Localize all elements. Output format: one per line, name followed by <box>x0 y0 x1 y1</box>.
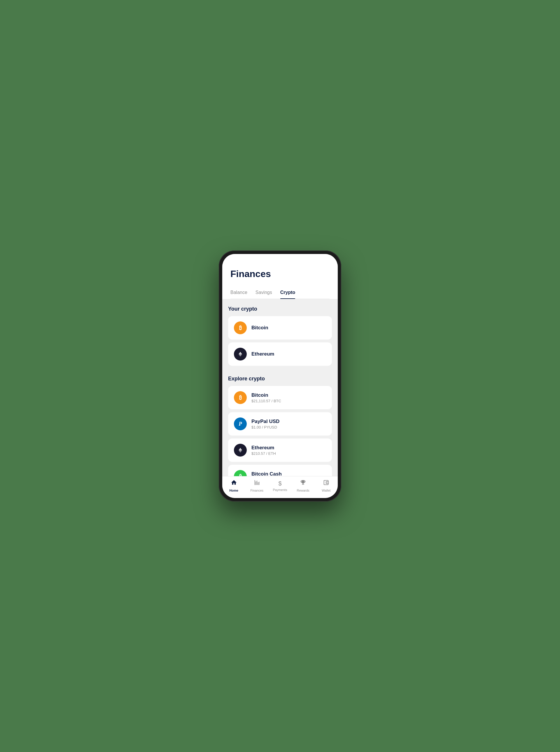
page-title: Finances <box>231 269 329 279</box>
phone-device: Finances Balance Savings Crypto Your cry… <box>219 250 341 502</box>
ethereum-owned-card[interactable]: Ethereum <box>228 343 332 366</box>
bitcoin-cash-explore-icon: ₿ <box>234 470 247 476</box>
ethereum-explore-price: $210.57 / ETH <box>252 451 276 456</box>
ethereum-explore-info: Ethereum $210.57 / ETH <box>252 445 276 456</box>
rewards-icon <box>300 479 306 487</box>
svg-point-9 <box>327 482 328 483</box>
tab-balance[interactable]: Balance <box>231 288 247 298</box>
bitcoin-owned-info: Bitcoin <box>252 325 268 331</box>
screen-content: Finances Balance Savings Crypto Your cry… <box>222 254 338 476</box>
bitcoin-owned-card[interactable]: ₿ Bitcoin <box>228 316 332 340</box>
nav-rewards[interactable]: Rewards <box>294 479 312 492</box>
explore-crypto-section: Explore crypto ₿ Bitcoin $21,110.57 / BT… <box>222 369 338 476</box>
svg-marker-5 <box>239 448 242 451</box>
ethereum-explore-name: Ethereum <box>252 445 276 451</box>
svg-text:₿: ₿ <box>239 474 242 476</box>
nav-rewards-label: Rewards <box>297 489 309 492</box>
ethereum-explore-icon <box>234 444 247 457</box>
tab-crypto[interactable]: Crypto <box>280 288 296 298</box>
nav-home-label: Home <box>229 489 238 492</box>
bitcoin-owned-name: Bitcoin <box>252 325 268 331</box>
bitcoin-cash-explore-name: Bitcoin Cash <box>252 471 282 477</box>
bitcoin-explore-name: Bitcoin <box>252 392 281 398</box>
your-crypto-title: Your crypto <box>228 306 332 312</box>
bitcoin-cash-explore-info: Bitcoin Cash $210.57 / BTH <box>252 471 282 477</box>
svg-marker-1 <box>239 352 242 355</box>
ethereum-owned-icon <box>234 348 247 361</box>
bitcoin-cash-explore-card[interactable]: ₿ Bitcoin Cash $210.57 / BTH <box>228 465 332 476</box>
svg-text:₿: ₿ <box>239 325 242 331</box>
tab-savings[interactable]: Savings <box>256 288 272 298</box>
bitcoin-explore-icon: ₿ <box>234 391 247 404</box>
paypal-explore-name: PayPal USD <box>252 419 279 424</box>
home-icon <box>231 479 237 487</box>
paypal-explore-info: PayPal USD $1.00 / PYUSD <box>252 419 279 429</box>
svg-text:P: P <box>239 421 242 427</box>
nav-finances-label: Finances <box>250 489 263 492</box>
nav-payments[interactable]: $ Payments <box>271 480 289 491</box>
bitcoin-explore-info: Bitcoin $21,110.57 / BTC <box>252 392 281 403</box>
bottom-navigation: Home Finances $ Payments <box>222 476 338 498</box>
payments-icon: $ <box>278 480 281 487</box>
nav-payments-label: Payments <box>273 488 287 491</box>
paypal-explore-icon: P <box>234 418 247 430</box>
svg-text:₿: ₿ <box>239 395 242 401</box>
wallet-icon <box>323 479 329 487</box>
nav-wallet[interactable]: Wallet <box>317 479 335 492</box>
paypal-explore-card[interactable]: P PayPal USD $1.00 / PYUSD <box>228 412 332 436</box>
bitcoin-explore-price: $21,110.57 / BTC <box>252 399 281 403</box>
nav-home[interactable]: Home <box>225 479 243 492</box>
finances-icon <box>254 479 260 487</box>
ethereum-owned-info: Ethereum <box>252 351 274 357</box>
bitcoin-owned-icon: ₿ <box>234 322 247 334</box>
nav-wallet-label: Wallet <box>322 489 331 492</box>
paypal-explore-price: $1.00 / PYUSD <box>252 425 279 429</box>
your-crypto-section: Your crypto ₿ Bitcoin <box>222 299 338 366</box>
nav-finances[interactable]: Finances <box>248 479 266 492</box>
bitcoin-explore-card[interactable]: ₿ Bitcoin $21,110.57 / BTC <box>228 386 332 409</box>
tabs-container: Balance Savings Crypto <box>231 288 329 299</box>
ethereum-owned-name: Ethereum <box>252 351 274 357</box>
ethereum-explore-card[interactable]: Ethereum $210.57 / ETH <box>228 439 332 462</box>
phone-screen: Finances Balance Savings Crypto Your cry… <box>222 254 338 498</box>
top-section: Finances Balance Savings Crypto <box>222 254 338 299</box>
explore-crypto-title: Explore crypto <box>228 376 332 382</box>
